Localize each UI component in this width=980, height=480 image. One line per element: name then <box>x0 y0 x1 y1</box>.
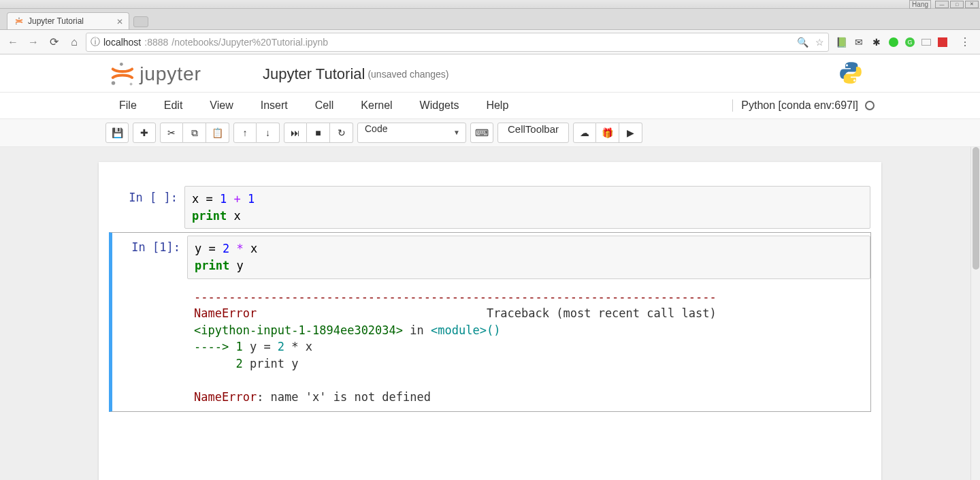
window-maximize-button[interactable]: □ <box>950 1 964 8</box>
gift-button[interactable]: 🎁 <box>596 123 619 143</box>
paste-cell-button[interactable]: 📋 <box>206 123 229 143</box>
svg-text:jupyter: jupyter <box>139 63 201 84</box>
cut-cell-button[interactable]: ✂ <box>160 123 183 143</box>
kernel-status-icon <box>865 101 875 110</box>
cloud-upload-icon: ☁ <box>580 127 589 138</box>
home-button[interactable]: ⌂ <box>65 33 83 51</box>
menu-insert[interactable]: Insert <box>247 95 301 116</box>
move-cell-down-button[interactable]: ↓ <box>257 123 280 143</box>
move-cell-up-button[interactable]: ↑ <box>233 123 257 143</box>
menu-file[interactable]: File <box>105 95 150 116</box>
traceback-text: in <box>403 323 431 337</box>
save-button[interactable]: 💾 <box>105 123 129 143</box>
copy-icon: ⧉ <box>191 127 198 139</box>
arrow-up-icon: ↑ <box>243 127 248 138</box>
svg-point-1 <box>16 23 17 25</box>
code-token: + <box>234 192 241 206</box>
run-icon: ⏭ <box>291 127 300 138</box>
extension-icon[interactable] <box>921 39 931 46</box>
menu-widgets[interactable]: Widgets <box>406 95 473 116</box>
insert-cell-below-button[interactable]: ✚ <box>133 123 156 143</box>
kernel-indicator: Python [conda env:697l] <box>732 99 875 112</box>
url-port: :8888 <box>144 37 168 48</box>
upload-button[interactable]: ☁ <box>573 123 596 143</box>
code-input[interactable]: y = 2 * x print y <box>187 236 870 278</box>
code-cell[interactable]: In [ ]: x = 1 + 1 print x <box>109 182 871 232</box>
code-token: x <box>192 192 199 206</box>
tab-close-icon[interactable]: ✕ <box>116 17 123 27</box>
cut-icon: ✂ <box>167 127 176 138</box>
traceback-error-msg: : name 'x' is not defined <box>257 390 431 404</box>
copy-cell-button[interactable]: ⧉ <box>183 123 206 143</box>
menu-cell[interactable]: Cell <box>301 95 348 116</box>
video-icon: ▶ <box>627 127 634 138</box>
zoom-icon[interactable]: 🔍 <box>797 37 808 48</box>
code-token: = <box>206 192 213 206</box>
input-prompt: In [ ]: <box>110 186 184 229</box>
code-input[interactable]: x = 1 + 1 print x <box>184 186 870 229</box>
menu-view[interactable]: View <box>196 95 246 116</box>
traceback-source: y = <box>243 340 278 353</box>
forward-button[interactable]: → <box>24 33 42 51</box>
url-path: /notebooks/Jupyter%20Tutorial.ipynb <box>172 37 328 48</box>
svg-point-6 <box>846 64 848 66</box>
bookmark-icon[interactable]: ☆ <box>815 37 824 48</box>
extension-icon[interactable]: G <box>905 37 915 47</box>
extension-icon[interactable]: 📗 <box>836 37 847 48</box>
scrollbar-thumb[interactable] <box>973 147 979 270</box>
arrow-down-icon: ↓ <box>265 127 270 138</box>
extension-icon[interactable] <box>938 37 947 47</box>
traceback-source: * x <box>284 340 312 353</box>
code-token: = <box>209 242 216 255</box>
notebook-title[interactable]: Jupyter Tutorial <box>263 65 365 83</box>
window-close-button[interactable]: ✕ <box>965 1 979 8</box>
os-titlebar: Hang — □ ✕ <box>0 0 980 9</box>
notebook: In [ ]: x = 1 + 1 print x In [1]: y = 2 … <box>99 162 881 480</box>
browser-tab[interactable]: Jupyter Tutorial ✕ <box>7 12 129 29</box>
code-cell[interactable]: In [1]: y = 2 * x print y --------------… <box>109 232 871 412</box>
traceback-arrow: ----> <box>194 340 235 353</box>
restart-icon: ↻ <box>338 127 346 138</box>
notebook-scroll-area[interactable]: In [ ]: x = 1 + 1 print x In [1]: y = 2 … <box>0 147 980 480</box>
cell-output: ----------------------------------------… <box>187 279 870 409</box>
keyboard-icon: ⌨ <box>475 127 489 138</box>
extension-icon[interactable]: ✱ <box>871 37 882 48</box>
svg-point-4 <box>130 83 133 86</box>
traceback-module: <module> <box>431 323 487 337</box>
traceback-divider: ----------------------------------------… <box>194 290 717 304</box>
browser-tabstrip: Jupyter Tutorial ✕ <box>0 9 980 30</box>
save-icon: 💾 <box>112 127 123 138</box>
traceback-text: () <box>487 323 500 337</box>
celltoolbar-button[interactable]: CellToolbar <box>497 123 569 143</box>
browser-menu-button[interactable]: ⋮ <box>954 35 976 48</box>
gift-icon: 🎁 <box>602 127 613 138</box>
code-token: print <box>195 259 229 272</box>
cell-type-select[interactable]: Code <box>357 123 466 143</box>
code-token: print <box>192 209 227 223</box>
extension-icon[interactable] <box>889 37 898 47</box>
browser-tab-title: Jupyter Tutorial <box>28 16 84 26</box>
back-button[interactable]: ← <box>4 33 22 51</box>
run-cell-button[interactable]: ⏭ <box>284 123 307 143</box>
jupyter-logo[interactable]: jupyter <box>110 59 249 89</box>
extension-icon[interactable]: ✉ <box>853 37 864 48</box>
video-button[interactable]: ▶ <box>619 123 642 143</box>
address-bar[interactable]: ⓘ localhost:8888/notebooks/Jupyter%20Tut… <box>86 33 829 52</box>
kernel-logo-icon <box>838 60 864 88</box>
command-palette-button[interactable]: ⌨ <box>470 123 493 143</box>
site-info-icon[interactable]: ⓘ <box>91 36 100 48</box>
menu-help[interactable]: Help <box>472 95 522 116</box>
window-minimize-button[interactable]: — <box>935 1 949 8</box>
traceback-error-name: NameError <box>194 306 257 320</box>
new-tab-button[interactable] <box>133 16 148 27</box>
restart-kernel-button[interactable]: ↻ <box>330 123 353 143</box>
menu-edit[interactable]: Edit <box>150 95 197 116</box>
code-token: x <box>233 209 240 223</box>
menu-kernel[interactable]: Kernel <box>347 95 406 116</box>
vertical-scrollbar[interactable] <box>970 147 980 480</box>
code-token: y <box>195 242 201 255</box>
jupyter-favicon-icon <box>14 16 24 26</box>
reload-button[interactable]: ⟳ <box>45 33 63 51</box>
svg-point-0 <box>18 18 20 19</box>
interrupt-kernel-button[interactable]: ■ <box>307 123 330 143</box>
